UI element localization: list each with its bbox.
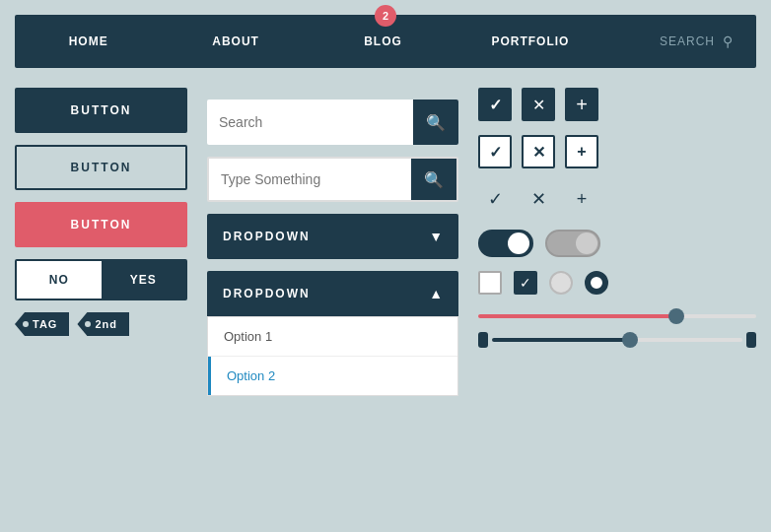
- dropdown-2-header[interactable]: DROPDOWN ▲: [207, 271, 458, 316]
- main-wrapper: 2 HOME ABOUT BLOG PORTFOLIO SEARCH ⚲ BUT…: [0, 0, 771, 532]
- nav-item-home[interactable]: HOME: [15, 17, 162, 66]
- dropdown-1-arrow: ▼: [429, 229, 443, 244]
- danger-button[interactable]: BUTTON: [15, 202, 187, 247]
- search-button-1[interactable]: 🔍: [413, 100, 458, 145]
- search-box-1: 🔍: [207, 100, 458, 145]
- checkbox-row-outline: ✓ ✕ +: [478, 135, 756, 168]
- tags-row: TAG 2nd: [15, 312, 187, 336]
- slider-fill-red: [478, 314, 672, 318]
- slider-thumb-dark[interactable]: [622, 332, 638, 348]
- square-checked[interactable]: ✓: [514, 271, 537, 295]
- slider-row-dark: [478, 332, 756, 348]
- tag-1[interactable]: TAG: [15, 312, 69, 336]
- nav-item-portfolio[interactable]: PORTFOLIO: [456, 17, 603, 66]
- plus-plain[interactable]: +: [565, 182, 598, 216]
- tag-label-2: 2nd: [95, 318, 117, 330]
- right-column: ✓ ✕ + ✓ ✕ + ✓ ✕ +: [478, 88, 756, 396]
- toggle-switch-on[interactable]: [478, 230, 533, 257]
- search-input-2[interactable]: [209, 171, 411, 187]
- toggle-no[interactable]: NO: [17, 261, 102, 299]
- search-icon-1: 🔍: [426, 113, 446, 132]
- primary-button[interactable]: BUTTON: [15, 88, 187, 133]
- check-plain[interactable]: ✓: [478, 182, 512, 216]
- search-input-1[interactable]: [207, 114, 413, 130]
- checkbox-row-plain: ✓ ✕ +: [478, 182, 756, 216]
- search-box-2: 🔍: [207, 157, 458, 202]
- dropdown-2-options: Option 1 Option 2: [207, 316, 458, 396]
- toggle-group: NO YES: [15, 259, 187, 300]
- x-plain[interactable]: ✕: [522, 182, 555, 216]
- dropdown-1-label: DROPDOWN: [223, 230, 429, 243]
- slider-track-dark[interactable]: [492, 338, 742, 342]
- navbar: 2 HOME ABOUT BLOG PORTFOLIO SEARCH ⚲: [15, 15, 756, 68]
- checkbox-x-outline-1[interactable]: ✕: [522, 135, 555, 168]
- left-column: BUTTON BUTTON BUTTON NO YES TAG 2nd: [15, 88, 187, 396]
- tag-dot-1: [23, 321, 29, 327]
- checkbox-checked-filled-1[interactable]: ✓: [478, 88, 512, 121]
- square-unchecked[interactable]: [478, 271, 502, 295]
- search-icon-2: 🔍: [424, 170, 444, 189]
- checkbox-plus-filled-1[interactable]: +: [565, 88, 598, 121]
- search-icon: ⚲: [723, 33, 734, 49]
- dropdown-1[interactable]: DROPDOWN ▼: [207, 214, 458, 259]
- search-button-2[interactable]: 🔍: [411, 157, 456, 202]
- nav-badge: 2: [375, 5, 396, 27]
- nav-item-about[interactable]: ABOUT: [162, 17, 309, 66]
- slider-thumb-red[interactable]: [668, 308, 684, 324]
- content-area: BUTTON BUTTON BUTTON NO YES TAG 2nd: [15, 88, 756, 396]
- dropdown-2-label: DROPDOWN: [223, 287, 429, 300]
- dropdown-2-arrow: ▲: [429, 286, 443, 301]
- radio-unchecked[interactable]: [549, 271, 573, 295]
- checkbox-plus-outline-1[interactable]: +: [565, 135, 598, 168]
- toggle-switch-off[interactable]: [545, 230, 600, 257]
- slider-endcap-left[interactable]: [478, 332, 488, 348]
- dropdown-option-1[interactable]: Option 1: [208, 317, 457, 357]
- slider-endcap-right[interactable]: [746, 332, 756, 348]
- toggle-yes[interactable]: YES: [102, 261, 186, 299]
- nav-search-label: SEARCH: [660, 34, 715, 48]
- controls-row: ✓: [478, 271, 756, 295]
- slider-track-red[interactable]: [478, 314, 756, 318]
- radio-checked[interactable]: [585, 271, 608, 295]
- toggle-switches-row: [478, 230, 756, 257]
- middle-column: 🔍 🔍 DROPDOWN ▼ DROPDOWN ▲: [207, 88, 458, 396]
- nav-search[interactable]: SEARCH ⚲: [604, 33, 756, 49]
- tag-2[interactable]: 2nd: [77, 312, 129, 336]
- tag-label-1: TAG: [33, 318, 57, 330]
- dropdown-option-2[interactable]: Option 2: [208, 357, 457, 395]
- slider-row-red: [478, 308, 756, 324]
- slider-fill-dark: [492, 338, 630, 342]
- checkbox-x-filled-1[interactable]: ✕: [522, 88, 555, 121]
- tag-dot-2: [85, 321, 91, 327]
- checkbox-checked-outline-1[interactable]: ✓: [478, 135, 512, 168]
- dropdown-2: DROPDOWN ▲ Option 1 Option 2: [207, 271, 458, 396]
- sliders-section: [478, 308, 756, 348]
- outline-button[interactable]: BUTTON: [15, 145, 187, 190]
- checkbox-row-filled: ✓ ✕ +: [478, 88, 756, 121]
